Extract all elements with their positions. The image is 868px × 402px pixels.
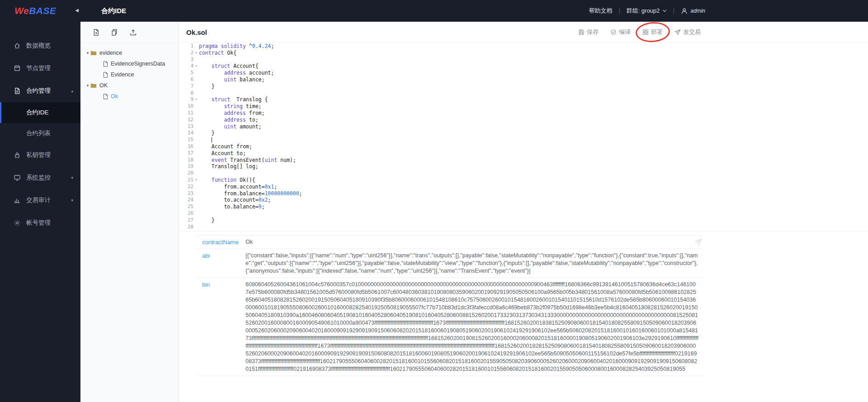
editor-actions: 保存 编译 部署 发交易 bbox=[578, 28, 868, 36]
sidebar-item-contract-ide[interactable]: 合约IDE bbox=[0, 102, 80, 123]
code-text[interactable]: } bbox=[199, 130, 215, 137]
code-line[interactable]: 15 bbox=[179, 137, 868, 143]
file-icon bbox=[103, 61, 108, 67]
code-text[interactable]: to.account=0x2; bbox=[199, 197, 271, 203]
group-selector[interactable]: 群组: group2 bbox=[627, 7, 667, 15]
code-text[interactable]: uint amount; bbox=[199, 123, 261, 130]
code-text[interactable]: contract Ok{ bbox=[199, 50, 236, 57]
sidebar-item-node-management[interactable]: 节点管理 bbox=[0, 57, 80, 80]
user-menu[interactable]: admin bbox=[681, 8, 705, 14]
code-line[interactable]: 20 bbox=[179, 170, 868, 177]
send-transaction-label: 发交易 bbox=[683, 28, 701, 36]
code-line[interactable]: 28 bbox=[179, 224, 868, 231]
tree-caret-icon[interactable]: ▾ bbox=[85, 51, 90, 55]
code-text[interactable]: address account; bbox=[199, 70, 274, 76]
line-number: 16 bbox=[179, 143, 193, 150]
line-number: 22 bbox=[179, 184, 193, 190]
code-line[interactable]: 10 string time; bbox=[179, 103, 868, 110]
tree-file-evidence[interactable]: Evidence bbox=[80, 69, 179, 80]
line-number: 18 bbox=[179, 157, 193, 164]
code-text[interactable]: address from; bbox=[199, 110, 264, 117]
code-text[interactable]: struct Account{ bbox=[199, 63, 259, 70]
code-line[interactable]: 2▾contract Ok{ bbox=[179, 50, 868, 57]
compile-button[interactable]: 编译 bbox=[610, 28, 631, 36]
code-line[interactable]: 17 Account to; bbox=[179, 150, 868, 157]
code-line[interactable]: 22 from.account=0x1; bbox=[179, 184, 868, 190]
code-text[interactable]: pragma solidity ^0.4.24; bbox=[199, 43, 274, 50]
code-line[interactable]: 27 } bbox=[179, 217, 868, 224]
code-line[interactable]: 6 uint balance; bbox=[179, 76, 868, 83]
code-line[interactable]: 16 Account from; bbox=[179, 143, 868, 150]
sidebar-item-contract-management[interactable]: 合约管理 ▴ bbox=[0, 80, 80, 102]
code-text[interactable]: } bbox=[199, 217, 215, 224]
code-line[interactable]: 7 } bbox=[179, 83, 868, 90]
code-text[interactable]: Translog[] log; bbox=[199, 163, 259, 170]
sidebar-item-contract-list[interactable]: 合约列表 bbox=[0, 123, 80, 144]
code-text[interactable]: uint balance; bbox=[199, 76, 264, 83]
code-text[interactable]: address to; bbox=[199, 117, 259, 123]
tree-folder-evidence[interactable]: ▾ evidence bbox=[80, 47, 179, 58]
code-text[interactable]: struct Translog { bbox=[199, 96, 268, 103]
code-line[interactable]: 18 event TransEvent(uint num); bbox=[179, 157, 868, 164]
tree-file-evidencesignersdata[interactable]: EvidenceSignersData bbox=[80, 58, 179, 69]
sidebar-item-private-key-management[interactable]: 私钥管理 bbox=[0, 144, 80, 166]
save-button[interactable]: 保存 bbox=[578, 28, 599, 36]
code-text[interactable]: Account from; bbox=[199, 143, 252, 150]
table-row-contract-name: contractName Ok bbox=[198, 236, 703, 249]
code-line[interactable]: 26 bbox=[179, 210, 868, 217]
code-line[interactable]: 19 Translog[] log; bbox=[179, 163, 868, 170]
code-text[interactable]: from.balance=10000000000; bbox=[199, 190, 302, 197]
code-line[interactable]: 13 uint amount; bbox=[179, 123, 868, 130]
fold-caret-icon[interactable]: ▾ bbox=[193, 63, 199, 70]
code-text[interactable]: from.account=0x1; bbox=[199, 184, 277, 190]
code-text[interactable]: function Ok(){ bbox=[199, 177, 255, 184]
code-text[interactable]: event TransEvent(uint num); bbox=[199, 157, 296, 164]
code-line[interactable]: 14 } bbox=[179, 130, 868, 137]
sidebar-item-data-overview[interactable]: 数据概览 bbox=[0, 34, 80, 57]
new-file-icon[interactable] bbox=[92, 28, 100, 36]
code-text[interactable]: string time; bbox=[199, 103, 261, 110]
calendar-icon bbox=[14, 65, 21, 72]
code-line[interactable]: 21▾ function Ok(){ bbox=[179, 177, 868, 184]
tree-folder-ok[interactable]: ▾ OK bbox=[80, 80, 179, 91]
tree-caret-icon[interactable]: ▾ bbox=[85, 83, 90, 88]
code-line[interactable]: 4▾ struct Account{ bbox=[179, 63, 868, 70]
new-folder-icon[interactable] bbox=[111, 28, 118, 36]
send-faint-icon[interactable] bbox=[695, 238, 702, 246]
code-text[interactable]: to.balance=0; bbox=[199, 203, 264, 210]
deploy-button[interactable]: 部署 bbox=[642, 28, 663, 36]
help-doc-link[interactable]: 帮助文档 bbox=[589, 7, 613, 15]
code-line[interactable]: 5 address account; bbox=[179, 70, 868, 76]
code-line[interactable]: 9▾ struct Translog { bbox=[179, 96, 868, 103]
code-line[interactable]: 25 to.balance=0; bbox=[179, 203, 868, 210]
code-text[interactable] bbox=[199, 137, 212, 143]
line-number: 26 bbox=[179, 210, 193, 217]
upload-icon[interactable] bbox=[129, 28, 137, 36]
chevron-down-icon bbox=[662, 9, 667, 13]
code-line[interactable]: 23 from.balance=10000000000; bbox=[179, 190, 868, 197]
code-line[interactable]: 11 address from; bbox=[179, 110, 868, 117]
send-transaction-button[interactable]: 发交易 bbox=[675, 28, 701, 36]
sidebar-item-transaction-audit[interactable]: 交易审计 ▾ bbox=[0, 189, 80, 212]
code-editor[interactable]: 1pragma solidity ^0.4.24;2▾contract Ok{3… bbox=[179, 43, 868, 231]
code-line[interactable]: 24 to.account=0x2; bbox=[179, 197, 868, 203]
fold-spacer bbox=[193, 103, 199, 110]
sidebar-item-system-monitor[interactable]: 系统监控 ▾ bbox=[0, 166, 80, 189]
fold-caret-icon[interactable]: ▾ bbox=[193, 96, 199, 103]
code-text[interactable]: Account to; bbox=[199, 150, 246, 157]
code-line[interactable]: 1pragma solidity ^0.4.24; bbox=[179, 43, 868, 50]
sidebar-collapse-icon[interactable]: ◀ bbox=[75, 8, 79, 13]
code-line[interactable]: 8 bbox=[179, 90, 868, 97]
line-number: 13 bbox=[179, 123, 193, 130]
logo[interactable]: WeBASE ◀ bbox=[0, 0, 80, 22]
sidebar-item-label: 合约列表 bbox=[26, 129, 51, 137]
fold-caret-icon[interactable]: ▾ bbox=[193, 50, 199, 57]
code-text[interactable]: } bbox=[199, 83, 215, 90]
caret-down-icon: ▾ bbox=[71, 175, 73, 180]
sidebar-item-account-management[interactable]: 帐号管理 bbox=[0, 212, 80, 234]
fold-caret-icon[interactable]: ▾ bbox=[193, 177, 199, 184]
code-line[interactable]: 12 address to; bbox=[179, 117, 868, 123]
code-line[interactable]: 3 bbox=[179, 57, 868, 63]
tree-file-ok[interactable]: Ok bbox=[80, 91, 179, 102]
sidebar-item-label: 数据概览 bbox=[26, 42, 51, 50]
